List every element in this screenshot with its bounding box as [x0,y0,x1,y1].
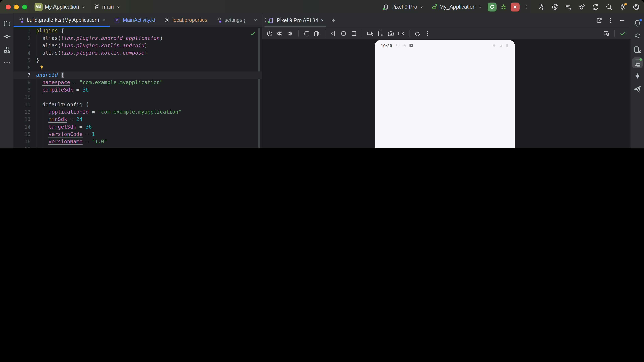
attach-debugger-icon[interactable] [578,3,586,10]
code-line-3[interactable]: 3 alias(libs.plugins.kotlin.android) [14,42,262,49]
toolwindow-running-devices[interactable] [632,57,643,68]
code-line-7[interactable]: 7android { [14,71,262,79]
commit-icon[interactable] [3,32,11,40]
hardware-input-icon[interactable] [367,30,374,37]
editor-tab-4[interactable]: settings.g [212,13,249,27]
device-display-area: 10:20 Hello Android! 1:1 [262,39,630,148]
sync-gradle-icon[interactable] [592,3,599,10]
chevron-down-icon [81,4,86,9]
debug-button[interactable] [500,3,507,10]
tab-label: build.gradle.kts (My Application) [27,17,99,23]
toolwindow-notifications-bell[interactable] [632,18,643,29]
vcs-branch-widget[interactable]: main [94,3,121,10]
gemini-sparkle-icon [633,72,641,80]
gradle-file-icon [216,17,222,23]
virtual-device-icon [268,17,274,24]
device-settings-icon[interactable] [377,30,384,37]
chevron-down-icon [116,4,121,9]
hide-minimize-icon[interactable] [619,17,626,24]
code-line-15[interactable]: 15 versionCode = 1 [14,131,262,138]
maximize-window-button[interactable] [22,4,27,9]
close-window-button[interactable] [6,4,10,9]
more-horizontal-icon[interactable] [3,59,11,67]
screen-record-icon[interactable] [398,30,405,37]
gear-file-icon [164,17,170,23]
code-line-4[interactable]: 4 alias(libs.plugins.kotlin.compose) [14,49,262,57]
intention-lightbulb-icon[interactable] [39,65,44,70]
rerun-app-button[interactable] [488,2,496,11]
code-line-8[interactable]: 8 namespace = "com.example.myapplication… [14,79,262,86]
add-device-tab-button[interactable] [330,17,337,24]
close-device-tab-icon[interactable]: × [321,17,324,23]
project-widget[interactable]: MA My Application [34,3,86,11]
volume-down-icon[interactable] [286,30,294,37]
structure-icon[interactable] [3,45,11,54]
editor-tab-1[interactable]: build.gradle.kts (My Application)× [14,13,110,27]
settings-gear-icon[interactable] [619,3,626,10]
run-configuration-selector[interactable]: My_Application [429,2,484,11]
screenshot-camera-icon[interactable] [387,30,394,37]
check-green-icon[interactable] [619,30,626,37]
code-text: applicationId = "com.example.myapplicati… [36,108,182,116]
code-text: minSdk = 24 [36,116,83,123]
run-more-options-kebab[interactable] [523,3,530,10]
apply-changes-icon[interactable] [551,3,559,10]
volume-up-icon[interactable] [276,30,284,37]
code-line-16[interactable]: 16 versionName = "1.0" [14,138,262,145]
code-line-2[interactable]: 2 alias(libs.plugins.android.application… [14,34,262,42]
more-vertical-icon[interactable] [424,30,431,37]
code-line-14[interactable]: 14 targetSdk = 36 [14,123,262,131]
code-line-11[interactable]: 11 defaultConfig { [14,101,262,108]
editor-tab-2[interactable]: MainActivity.kt [110,13,159,27]
stop-button[interactable] [510,2,520,11]
code-line-17[interactable]: 17 [14,145,262,148]
code-line-12[interactable]: 12 applicationId = "com.example.myapplic… [14,108,262,116]
indent-guide [42,108,43,148]
project-folder-icon[interactable] [3,19,11,27]
more-vertical-icon[interactable] [608,17,614,24]
toolwindow-airplane[interactable] [632,84,643,94]
build-hammer-run-icon[interactable] [538,3,545,10]
minimize-window-button[interactable] [14,4,19,9]
running-devices-tab-bar: Pixel 9 Pro API 34 × [262,13,630,27]
chevron-down-icon[interactable] [252,17,258,23]
toolwindow-gradle-elephant[interactable] [632,31,643,42]
line-number: 1 [14,27,36,34]
device-screen[interactable]: 10:20 Hello Android! [375,40,515,148]
code-text: alias(libs.plugins.android.application) [36,34,163,42]
git-branch-icon [94,3,100,10]
device-tab[interactable]: Pixel 9 Pro API 34 × [262,13,327,27]
overview-icon[interactable] [350,30,358,37]
toolwindow-gemini-sparkle[interactable] [632,70,643,81]
phone-device-icon [383,3,389,10]
search-everywhere-icon[interactable] [606,3,613,10]
tab-label: local.properties [172,17,208,23]
code-line-1[interactable]: 1plugins { [14,27,262,34]
code-editor[interactable]: 1plugins {2 alias(libs.plugins.android.a… [14,27,262,148]
reset-icon[interactable] [414,30,421,37]
rotate-left-icon[interactable] [303,30,310,37]
close-tab-icon[interactable]: × [102,17,106,23]
open-in-new-window-icon[interactable] [596,17,602,24]
code-line-10[interactable]: 10 [14,93,262,101]
code-line-9[interactable]: 9 compileSdk = 36 [14,86,262,93]
power-icon[interactable] [266,30,273,37]
code-line-5[interactable]: 5} [14,57,262,64]
code-line-6[interactable]: 6 [14,64,262,71]
rotate-right-icon[interactable] [314,30,320,37]
back-icon[interactable] [330,30,337,37]
macos-traffic-lights [6,4,27,9]
apply-code-changes-icon[interactable] [565,3,572,10]
shield-icon [396,43,400,48]
device-selector-label: Pixel 9 Pro [392,4,417,10]
device-selector[interactable]: Pixel 9 Pro [381,2,426,11]
home-icon[interactable] [340,30,347,37]
code-text: namespace = "com.example.myapplication" [36,79,163,86]
left-toolwindow-stripe [0,13,14,148]
editor-tab-3[interactable]: local.properties [159,13,211,27]
screen-magnifier-icon[interactable] [603,30,610,37]
line-number: 10 [14,93,36,101]
profile-icon[interactable] [632,3,640,10]
code-line-13[interactable]: 13 minSdk = 24 [14,116,262,123]
toolwindow-device-manager[interactable] [632,44,643,55]
